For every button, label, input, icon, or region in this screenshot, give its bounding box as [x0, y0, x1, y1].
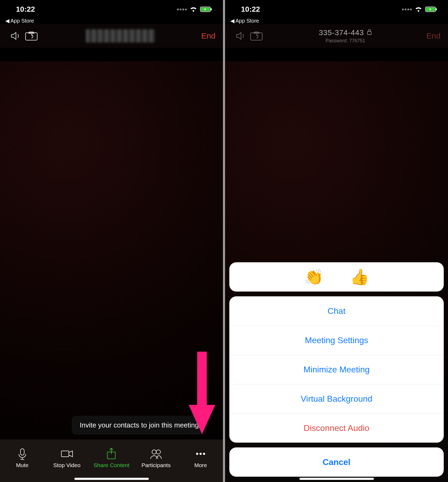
phone-right: 10:22 ◀ App Store 335-374-443	[225, 0, 448, 482]
status-time: 10:22	[16, 5, 35, 14]
svg-point-9	[196, 453, 198, 455]
sheet-minimize-meeting[interactable]: Minimize Meeting	[229, 355, 444, 384]
svg-rect-5	[61, 451, 69, 457]
sheet-meeting-settings[interactable]: Meeting Settings	[229, 326, 444, 355]
share-label: Share Content	[94, 462, 129, 468]
statusbar: 10:22	[0, 0, 223, 19]
signal-dots-icon	[177, 9, 187, 10]
speaker-icon[interactable]	[7, 30, 23, 41]
participants-button[interactable]: Participants	[136, 448, 176, 468]
reactions-row: 👏 👍	[229, 262, 444, 292]
meeting-title-redacted	[39, 29, 201, 43]
sheet-chat[interactable]: Chat	[229, 296, 444, 326]
home-indicator[interactable]	[299, 478, 374, 480]
stop-video-button[interactable]: Stop Video	[47, 448, 87, 468]
mute-button[interactable]: Mute	[2, 448, 42, 468]
sheet-cancel[interactable]: Cancel	[229, 447, 444, 477]
svg-rect-4	[20, 449, 24, 455]
switch-camera-icon[interactable]	[23, 31, 39, 41]
back-to-app[interactable]: ◀ App Store	[0, 18, 223, 24]
wifi-icon	[189, 6, 197, 13]
back-chevron-icon: ◀	[5, 18, 9, 24]
sheet-virtual-background[interactable]: Virtual Background	[229, 384, 444, 413]
clap-reaction[interactable]: 👏	[304, 268, 323, 286]
svg-rect-3	[26, 33, 37, 40]
sheet-disconnect-audio[interactable]: Disconnect Audio	[229, 413, 444, 443]
toolbar: Mute Stop Video Share Content Participan…	[0, 439, 223, 482]
action-sheet: 👏 👍 Chat Meeting Settings Minimize Meeti…	[229, 262, 444, 477]
mute-label: Mute	[16, 462, 29, 468]
invite-tooltip: Invite your contacts to join this meetin…	[72, 416, 207, 435]
share-content-button[interactable]: Share Content	[91, 448, 131, 468]
participants-label: Participants	[141, 462, 171, 468]
phone-left: 10:22 ◀ App Store End Invite your contac…	[0, 0, 223, 482]
thumbsup-reaction[interactable]: 👍	[350, 268, 369, 286]
more-label: More	[194, 462, 207, 468]
home-indicator[interactable]	[74, 478, 149, 480]
end-button[interactable]: End	[201, 31, 215, 40]
back-app-label: App Store	[10, 18, 34, 24]
stop-video-label: Stop Video	[53, 462, 81, 468]
sheet-reactions-group: 👏 👍	[229, 262, 444, 292]
more-button[interactable]: More	[181, 448, 221, 468]
svg-point-11	[203, 453, 205, 455]
svg-point-7	[152, 450, 156, 454]
svg-point-8	[156, 450, 160, 454]
svg-rect-2	[211, 8, 212, 10]
meeting-header: End	[0, 24, 223, 48]
battery-charging-icon	[200, 6, 212, 13]
svg-point-10	[200, 453, 202, 455]
sheet-options-group: Chat Meeting Settings Minimize Meeting V…	[229, 296, 444, 443]
